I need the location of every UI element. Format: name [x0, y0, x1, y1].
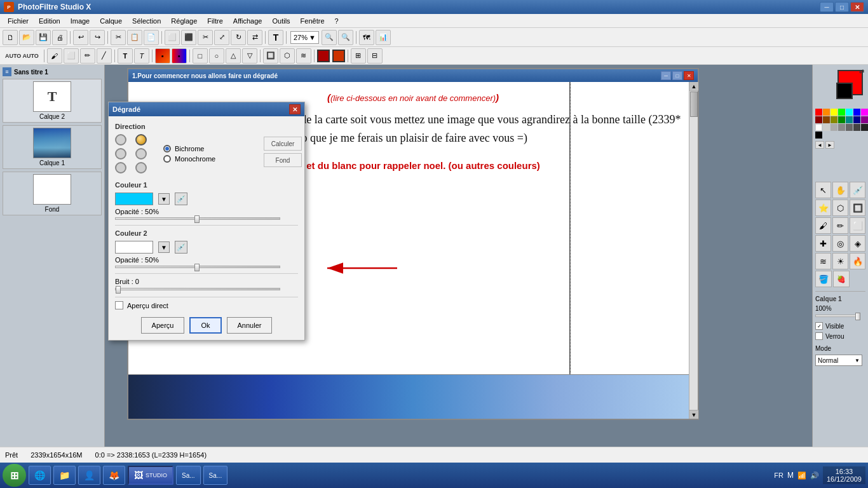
healing-tool[interactable]: ✚: [815, 235, 831, 252]
open-button[interactable]: 📂: [19, 30, 34, 45]
palette-cell[interactable]: [838, 124, 845, 131]
color1-picker-btn[interactable]: ▼: [158, 193, 170, 205]
scroll-down[interactable]: ▼: [689, 410, 698, 419]
opacity-slider[interactable]: [815, 315, 860, 317]
clone-tool[interactable]: ⬡: [280, 48, 295, 64]
menu-help[interactable]: ?: [330, 16, 344, 26]
layer-2-item[interactable]: T Calque 2: [3, 79, 102, 123]
blur-tool[interactable]: ◎: [832, 235, 848, 252]
apercu-button[interactable]: Aperçu: [141, 317, 185, 334]
crop[interactable]: ✂: [198, 30, 213, 45]
gradient-tool[interactable]: ▪: [172, 48, 187, 64]
maximize-button[interactable]: □: [835, 2, 849, 12]
palette-cell[interactable]: [838, 109, 845, 116]
resize[interactable]: ⤢: [214, 30, 229, 45]
menu-reglage[interactable]: Réglage: [166, 16, 202, 26]
deselect[interactable]: ⬛: [181, 30, 196, 45]
pencil-tool[interactable]: ✏: [80, 48, 95, 64]
eyedropper-tool[interactable]: 💉: [850, 182, 865, 198]
strawberry-icon[interactable]: 🍓: [833, 271, 850, 287]
verrou-checkbox[interactable]: [815, 332, 823, 340]
brush-tool[interactable]: 🖌: [47, 48, 62, 64]
menu-fichier[interactable]: Fichier: [3, 16, 34, 26]
doc-minimize[interactable]: ─: [661, 71, 671, 80]
eraser-tool-2[interactable]: ⬜: [850, 217, 865, 234]
menu-edition[interactable]: Edition: [34, 16, 65, 26]
start-button[interactable]: ⊞: [3, 464, 26, 487]
brush-tool-2[interactable]: 🖌: [815, 217, 831, 234]
bichrome-option[interactable]: Bichrome: [163, 145, 215, 152]
bruit-slider[interactable]: [115, 288, 280, 290]
calculer-button[interactable]: Calculer: [264, 137, 302, 151]
menu-filtre[interactable]: Filtre: [202, 16, 227, 26]
palette-right[interactable]: ►: [825, 141, 834, 149]
palette-cell[interactable]: [861, 116, 868, 123]
palette-left[interactable]: ◄: [815, 141, 824, 149]
zoom-input[interactable]: 27% ▼: [290, 31, 319, 44]
fond-layer-item[interactable]: Fond: [3, 172, 102, 215]
hand-tool[interactable]: ✋: [832, 182, 848, 198]
shape-circle[interactable]: ○: [209, 48, 224, 64]
print-button[interactable]: 🖨: [52, 30, 67, 45]
taskbar-user[interactable]: 👤: [78, 466, 100, 485]
stamp-tool[interactable]: 🔲: [263, 48, 278, 64]
menu-affichage[interactable]: Affichage: [228, 16, 268, 26]
opacity1-thumb[interactable]: [194, 215, 200, 223]
palette-cell[interactable]: [853, 116, 860, 123]
lasso-tool[interactable]: ⬡: [832, 200, 848, 216]
text-tool-2[interactable]: T: [118, 48, 133, 64]
palette-cell[interactable]: [815, 132, 822, 139]
doc-close[interactable]: ✕: [684, 71, 694, 80]
shape-rect[interactable]: □: [193, 48, 208, 64]
menu-fenetre[interactable]: Fenêtre: [295, 16, 330, 26]
zoom-in[interactable]: 🔍: [338, 30, 353, 45]
plugin-tool[interactable]: ⊟: [367, 48, 383, 64]
pointer-tool[interactable]: ↖: [815, 182, 831, 198]
doc-maximize[interactable]: □: [672, 71, 682, 80]
opacity2-slider[interactable]: [115, 266, 280, 268]
menu-selection[interactable]: Sélection: [127, 16, 166, 26]
color1-dropper-icon[interactable]: 💉: [175, 193, 187, 205]
palette-cell[interactable]: [831, 109, 837, 116]
monochrome-radio[interactable]: [163, 155, 171, 163]
taskbar-explorer[interactable]: 📁: [53, 466, 76, 485]
taskbar-ie[interactable]: 🌐: [29, 466, 51, 485]
palette-cell[interactable]: [861, 124, 868, 131]
dir-btn-2[interactable]: [135, 134, 147, 146]
palette-cell[interactable]: [846, 109, 853, 116]
pencil-tool-2[interactable]: ✏: [832, 217, 848, 234]
color2-dropper-icon[interactable]: 💉: [175, 241, 187, 254]
new-button[interactable]: 🗋: [3, 30, 18, 45]
select-all[interactable]: ⬜: [165, 30, 180, 45]
color2-picker-btn[interactable]: ▼: [158, 241, 170, 253]
smudge-tool-2[interactable]: ≋: [815, 253, 831, 269]
bg-color[interactable]: [332, 50, 345, 62]
palette-cell[interactable]: [823, 109, 830, 116]
opacity-thumb[interactable]: [855, 313, 860, 320]
shape-triangle[interactable]: △: [226, 48, 241, 64]
text-tool[interactable]: T: [268, 30, 283, 45]
undo-button[interactable]: ↩: [73, 30, 88, 45]
eraser-tool[interactable]: ⬜: [64, 48, 79, 64]
magic-wand[interactable]: ⭐: [815, 200, 831, 216]
color-fill[interactable]: ▪: [155, 48, 170, 64]
palette-cell[interactable]: [846, 116, 853, 123]
secondary-color-swatch[interactable]: [836, 83, 853, 99]
menu-image[interactable]: Image: [65, 16, 95, 26]
navigator[interactable]: 🗺: [359, 30, 374, 45]
palette-cell[interactable]: [831, 124, 837, 131]
burn-tool[interactable]: 🔥: [850, 253, 865, 269]
taskbar-sa2[interactable]: Sa...: [203, 466, 228, 485]
line-tool[interactable]: ╱: [97, 48, 112, 64]
opacity2-thumb[interactable]: [194, 264, 200, 271]
histogram[interactable]: 📊: [376, 30, 391, 45]
palette-cell[interactable]: [815, 116, 822, 123]
palette-cell[interactable]: [823, 124, 830, 131]
dialog-close-button[interactable]: ✕: [289, 104, 301, 114]
dir-btn-4[interactable]: [135, 148, 147, 159]
mode-select[interactable]: Normal ▼: [815, 355, 862, 366]
minimize-button[interactable]: ─: [820, 2, 834, 12]
apercu-direct-checkbox[interactable]: [115, 301, 123, 309]
palette-cell[interactable]: [861, 109, 868, 116]
dir-btn-3[interactable]: [115, 148, 126, 159]
